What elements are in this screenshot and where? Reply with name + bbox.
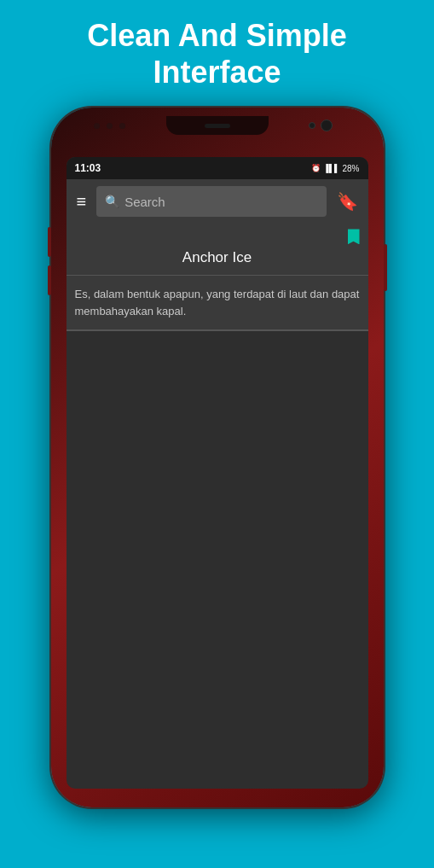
front-camera-area — [309, 119, 333, 131]
search-icon: 🔍 — [105, 195, 119, 208]
content-area: Anchor Ice Es, dalam bentuk apapun, yang… — [67, 224, 368, 331]
power-button — [384, 244, 387, 291]
camera-lens — [321, 119, 333, 131]
status-icons: ⏰ ▐▌▌ 28% — [311, 164, 359, 173]
status-time: 11:03 — [75, 162, 101, 174]
phone-shell: 11:03 ⏰ ▐▌▌ 28% ≡ 🔍 Search 🔖 — [51, 108, 384, 807]
speaker — [205, 124, 230, 128]
alarm-icon: ⏰ — [311, 164, 321, 172]
word-definition: Es, dalam bentuk apapun, yang terdapat d… — [67, 276, 368, 330]
bookmark-teal-icon[interactable] — [348, 229, 360, 244]
camera-dot — [309, 122, 315, 129]
signal-icon: ▐▌▌ — [323, 164, 339, 172]
sensor-dot — [119, 123, 125, 129]
search-box[interactable]: 🔍 Search — [96, 186, 326, 217]
battery-level: 28% — [342, 164, 359, 173]
front-sensors — [94, 123, 125, 129]
sensor-dot — [107, 123, 113, 129]
word-card: Anchor Ice Es, dalam bentuk apapun, yang… — [67, 224, 368, 331]
sensor-dot — [94, 123, 100, 129]
phone-screen: 11:03 ⏰ ▐▌▌ 28% ≡ 🔍 Search 🔖 — [67, 157, 368, 789]
app-bar: ≡ 🔍 Search 🔖 — [67, 179, 368, 224]
volume-down-button — [48, 265, 51, 295]
phone-mockup: 11:03 ⏰ ▐▌▌ 28% ≡ 🔍 Search 🔖 — [51, 108, 384, 807]
page-title: Clean And Simple Interface — [61, 0, 373, 99]
hamburger-menu-icon[interactable]: ≡ — [73, 189, 90, 215]
word-card-header — [67, 224, 368, 246]
search-placeholder: Search — [124, 195, 165, 209]
bookmark-button[interactable]: 🔖 — [333, 188, 362, 215]
status-bar: 11:03 ⏰ ▐▌▌ 28% — [67, 157, 368, 179]
volume-up-button — [48, 227, 51, 257]
phone-notch — [166, 116, 269, 135]
word-title: Anchor Ice — [67, 246, 368, 276]
